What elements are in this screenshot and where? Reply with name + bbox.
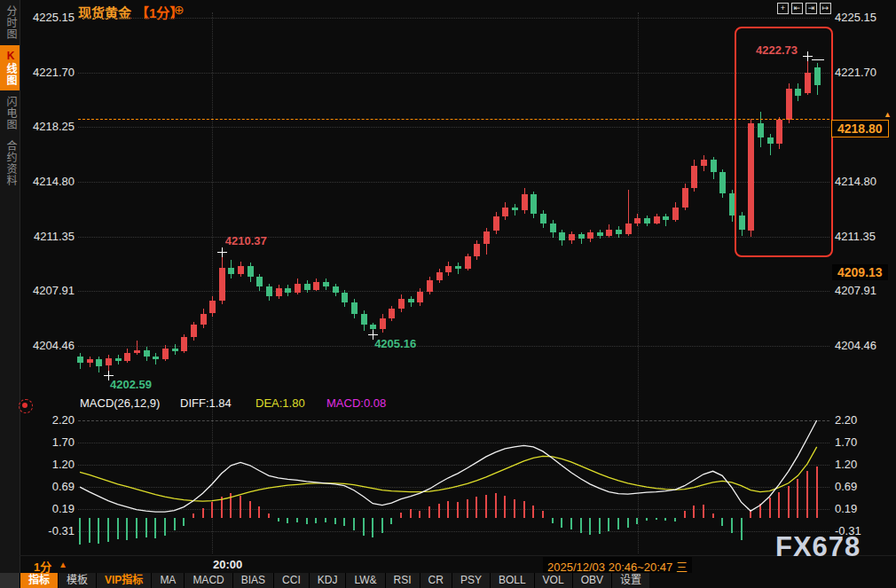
candle [663, 216, 669, 220]
macd-hist-bar [759, 504, 761, 518]
tab-VOL[interactable]: VOL [534, 573, 572, 588]
candle [408, 299, 414, 302]
macd-hist-bar [656, 518, 657, 520]
scale-right-icon[interactable]: ⇥ [806, 3, 817, 14]
candle [370, 325, 376, 329]
macd-hist-bar [467, 499, 468, 518]
macd-axis-label-left: -0.31 [25, 524, 75, 537]
macd-hist-bar [353, 518, 355, 531]
macd-hist-bar [457, 502, 459, 517]
candle [266, 286, 272, 296]
macd-axis-label-right: 2.20 [835, 413, 890, 427]
sidebar-item-0[interactable]: 分时图 [0, 1, 20, 44]
candle [398, 299, 405, 309]
macd-hist-bar [769, 498, 771, 517]
macd-hist-bar [136, 518, 138, 539]
tab-设置[interactable]: 设置 [611, 573, 649, 588]
candle [115, 358, 122, 362]
macd-axis-label-left: 1.20 [25, 458, 75, 471]
macd-hist-bar [117, 518, 119, 540]
sidebar-item-1[interactable]: K线图 [0, 45, 20, 90]
interval-up-arrow-icon[interactable]: ▲ [59, 560, 67, 569]
macd-hist-bar [183, 518, 185, 526]
macd-params-label: MACD(26,12,9) [80, 396, 160, 410]
indicator-tab-bar: 指标模板VIP指标MAMACDBIASCCIKDJLW&RSICRPSYBOLL… [20, 573, 896, 588]
current-price-line [78, 119, 829, 120]
vertical-gridline [638, 12, 639, 553]
extreme-marker-icon [373, 330, 373, 340]
candle [172, 349, 178, 352]
tab-BOLL[interactable]: BOLL [490, 573, 534, 588]
crosshair-icon[interactable]: + [777, 3, 789, 14]
candle [77, 357, 83, 363]
tab-MA[interactable]: MA [151, 573, 184, 588]
macd-hist-bar [419, 511, 420, 518]
macd-hist-bar [485, 495, 487, 518]
sidebar-item-3[interactable]: 合约资料 [0, 136, 20, 191]
macd-axis-label-right: 0.19 [835, 502, 890, 515]
shift-right-icon[interactable]: ↦ [820, 3, 831, 14]
macd-hist-bar [599, 518, 601, 535]
macd-axis-label-left: 0.19 [25, 502, 75, 515]
macd-hist-bar [390, 518, 392, 525]
candle [417, 292, 423, 303]
candle [531, 194, 537, 214]
last-price-label: 4209.13 [832, 264, 888, 280]
macd-hist-bar [343, 518, 345, 526]
tab-指标[interactable]: 指标 [20, 573, 58, 588]
macd-hist-bar [98, 518, 99, 545]
tab-CR[interactable]: CR [420, 573, 452, 588]
sidebar-item-2[interactable]: 闪电图 [0, 91, 20, 135]
macd-hist-bar [315, 518, 317, 523]
candle [323, 282, 329, 286]
macd-hist-bar [428, 506, 430, 518]
candle [285, 288, 291, 293]
vertical-gridline [212, 12, 213, 553]
candle [559, 232, 565, 240]
indicator-marker-icon[interactable] [19, 399, 33, 413]
candle [719, 172, 726, 192]
tab-PSY[interactable]: PSY [452, 573, 490, 588]
macd-hist-bar [211, 502, 213, 517]
tab-RSI[interactable]: RSI [385, 573, 420, 588]
tab-CCI[interactable]: CCI [273, 573, 309, 588]
candle [342, 293, 348, 302]
tab-VIP指标[interactable]: VIP指标 [96, 573, 151, 588]
macd-hist-bar [703, 505, 704, 518]
macd-hist-bar [363, 518, 365, 537]
macd-hist-bar [684, 511, 686, 518]
tab-模板[interactable]: 模板 [58, 573, 96, 588]
macd-hist-bar [608, 518, 609, 532]
candle [106, 358, 112, 366]
tab-MACD[interactable]: MACD [184, 573, 232, 588]
macd-hist-bar [523, 501, 525, 518]
macd-hist-bar [202, 508, 204, 518]
candle [587, 232, 593, 239]
macd-hist-bar [287, 518, 288, 523]
tab-BIAS[interactable]: BIAS [232, 573, 273, 588]
candle [134, 350, 140, 354]
macd-hist-bar [646, 518, 648, 521]
macd-hist-bar [89, 518, 90, 544]
price-axis-label-left: 4218.25 [25, 120, 75, 133]
candle [654, 216, 660, 223]
watermark: FX678 [775, 531, 861, 563]
expand-icon[interactable]: ⊕ [174, 3, 185, 17]
macd-hist-bar [79, 518, 81, 545]
tab-OBV[interactable]: OBV [572, 573, 611, 588]
price-axis-label-left: 4221.70 [25, 66, 75, 79]
candle [153, 357, 159, 360]
candle [502, 208, 508, 217]
tab-LW&[interactable]: LW& [345, 573, 384, 588]
macd-diff-label: DIFF:1.84 [180, 396, 232, 410]
candle [682, 188, 688, 208]
macd-hist-bar [325, 518, 326, 522]
price-axis-label-right: 4225.15 [835, 11, 890, 24]
candle [144, 350, 150, 357]
scale-left-icon[interactable]: ⇤ [791, 3, 803, 14]
candle [124, 353, 130, 361]
candle [711, 160, 717, 172]
macd-value-label: MACD:0.08 [326, 396, 386, 410]
macd-hist-bar [674, 518, 676, 521]
tab-KDJ[interactable]: KDJ [309, 573, 346, 588]
